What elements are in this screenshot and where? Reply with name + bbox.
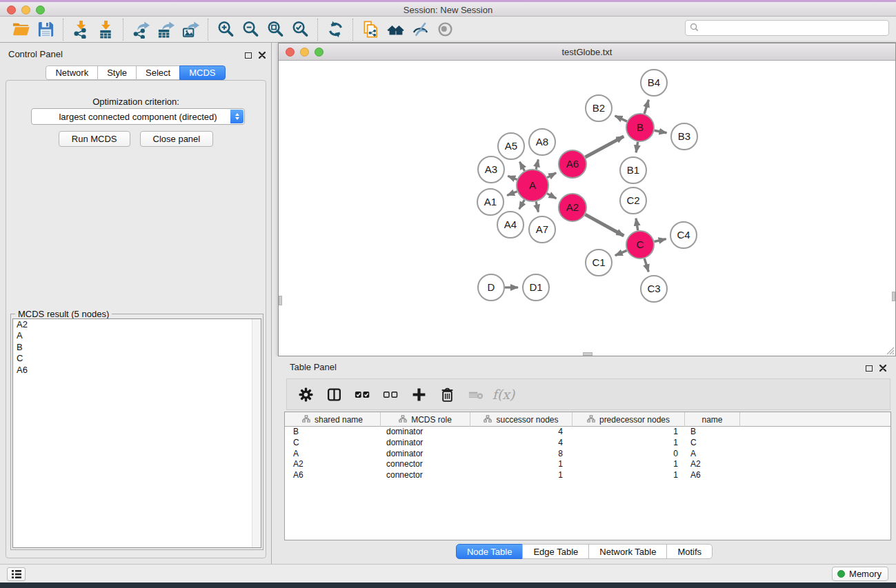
home-button[interactable] (383, 19, 408, 41)
column-header-predecessor-nodes[interactable]: predecessor nodes (573, 412, 685, 427)
graph-edge-A-A4[interactable] (519, 200, 525, 209)
close-panel-icon[interactable] (259, 49, 266, 61)
columns-button[interactable] (322, 383, 346, 406)
export-table-button[interactable] (153, 19, 178, 41)
search-field[interactable] (685, 20, 889, 36)
table-row[interactable]: A6connector11A6 (285, 470, 890, 481)
table-cell[interactable]: A (685, 449, 740, 460)
hide-details-button[interactable] (408, 19, 432, 41)
export-image-button[interactable] (178, 19, 203, 41)
graph-edge-B-B3[interactable] (655, 130, 667, 133)
table-cell[interactable]: A2 (685, 459, 740, 470)
tab-node-table[interactable]: Node Table (456, 544, 524, 559)
refresh-button[interactable] (323, 19, 348, 41)
horizontal-scroll-indicator[interactable] (583, 352, 593, 356)
tab-motifs[interactable]: Motifs (666, 544, 713, 559)
table-cell[interactable]: A6 (685, 470, 740, 481)
zoom-out-button[interactable] (238, 19, 263, 41)
result-list-item[interactable]: B (13, 342, 261, 353)
graph-edge-A-A8[interactable] (536, 159, 538, 169)
graph-edge-A-A7[interactable] (536, 201, 538, 212)
graph-edge-A-A6[interactable] (547, 173, 556, 178)
zoom-fit-button[interactable] (263, 19, 288, 41)
network-canvas[interactable]: B4B2BB3A5A8A6B1A3AC2A1A2A4A7C4CC1C3DD1 (279, 61, 895, 356)
graph-edge-A-A2[interactable] (547, 194, 556, 199)
run-mcds-button[interactable]: Run MCDS (59, 131, 130, 147)
table-cell[interactable]: 1 (573, 459, 685, 470)
open-session-button[interactable] (8, 19, 33, 41)
column-header-name[interactable]: name (685, 412, 740, 427)
close-panel-button[interactable]: Close panel (140, 131, 214, 147)
table-cell[interactable]: connector (381, 459, 470, 470)
table-cell[interactable]: 1 (573, 470, 685, 481)
table-row[interactable]: A2connector11A2 (285, 459, 890, 470)
column-header-MCDS-role[interactable]: MCDS role (381, 412, 470, 427)
table-cell[interactable]: dominator (381, 449, 470, 460)
save-session-button[interactable] (33, 19, 58, 41)
float-panel-icon[interactable] (245, 52, 252, 59)
graph-edge-A6-B[interactable] (585, 136, 624, 157)
table-cell[interactable]: A6 (285, 470, 381, 481)
network-file-button[interactable] (358, 19, 383, 41)
graph-edge-A-A3[interactable] (508, 176, 517, 179)
graph-edge-C-C4[interactable] (654, 239, 666, 242)
graph-edge-A2-C[interactable] (585, 214, 624, 236)
result-scrollbar[interactable] (252, 319, 261, 547)
table-cell[interactable]: connector (381, 470, 470, 481)
vertical-scroll-indicator[interactable] (279, 296, 282, 305)
table-cell[interactable]: 4 (470, 427, 573, 438)
tab-mcds[interactable]: MCDS (179, 65, 225, 80)
table-cell[interactable]: 0 (573, 449, 685, 460)
table-cell[interactable]: dominator (381, 427, 470, 438)
delete-column-button[interactable] (435, 383, 459, 406)
memory-button[interactable]: Memory (832, 567, 888, 581)
zoom-in-button[interactable] (213, 19, 238, 41)
result-list-item[interactable]: A (13, 330, 261, 341)
table-cell[interactable]: 4 (470, 438, 573, 449)
table-cell[interactable]: dominator (381, 438, 470, 449)
table-close-panel-icon[interactable] (879, 362, 886, 374)
import-network-button[interactable] (68, 19, 93, 41)
tab-network-table[interactable]: Network Table (588, 544, 667, 559)
graph-edge-B-B2[interactable] (615, 116, 627, 121)
result-list-item[interactable]: A2 (13, 319, 261, 330)
tab-network[interactable]: Network (46, 65, 98, 80)
deselect-all-button[interactable] (379, 383, 402, 406)
result-list-item[interactable]: C (13, 353, 261, 364)
graph-edge-B-B4[interactable] (644, 100, 648, 114)
graph-edge-C-C2[interactable] (636, 219, 638, 231)
zoom-selected-button[interactable] (288, 19, 312, 41)
birdseye-button[interactable] (432, 19, 457, 41)
export-network-button[interactable] (128, 19, 153, 41)
graph-edge-B-B1[interactable] (636, 142, 638, 153)
table-cell[interactable]: B (685, 427, 740, 438)
table-cell[interactable]: A2 (285, 459, 381, 470)
optimization-criterion-select[interactable]: largest connected component (directed) (31, 108, 245, 125)
settings-button[interactable] (294, 383, 317, 406)
add-column-button[interactable] (407, 383, 430, 406)
result-list-item[interactable]: A6 (13, 365, 261, 376)
search-input[interactable] (699, 22, 888, 34)
table-float-panel-icon[interactable] (866, 365, 873, 372)
import-table-button[interactable] (93, 19, 118, 41)
tab-select[interactable]: Select (136, 65, 180, 80)
table-cell[interactable]: 1 (573, 427, 685, 438)
table-cell[interactable]: A (285, 449, 381, 460)
table-cell[interactable]: 1 (470, 470, 573, 481)
tab-style[interactable]: Style (97, 65, 137, 80)
column-header-successor-nodes[interactable]: successor nodes (470, 412, 573, 427)
task-history-button[interactable] (7, 567, 26, 581)
tab-edge-table[interactable]: Edge Table (522, 544, 589, 559)
table-cell[interactable]: C (685, 438, 740, 449)
table-row[interactable]: Bdominator41B (285, 427, 890, 438)
table-cell[interactable]: 1 (573, 438, 685, 449)
graph-edge-A-A1[interactable] (507, 192, 517, 196)
graph-edge-C-C1[interactable] (615, 250, 627, 255)
table-row[interactable]: Cdominator41C (285, 438, 890, 449)
select-all-button[interactable] (350, 383, 374, 406)
table-row[interactable]: Adominator80A (285, 449, 890, 460)
table-cell[interactable]: C (285, 438, 381, 449)
graph-edge-C-C3[interactable] (644, 258, 648, 272)
table-cell[interactable]: 1 (470, 459, 573, 470)
table-cell[interactable]: B (285, 427, 381, 438)
